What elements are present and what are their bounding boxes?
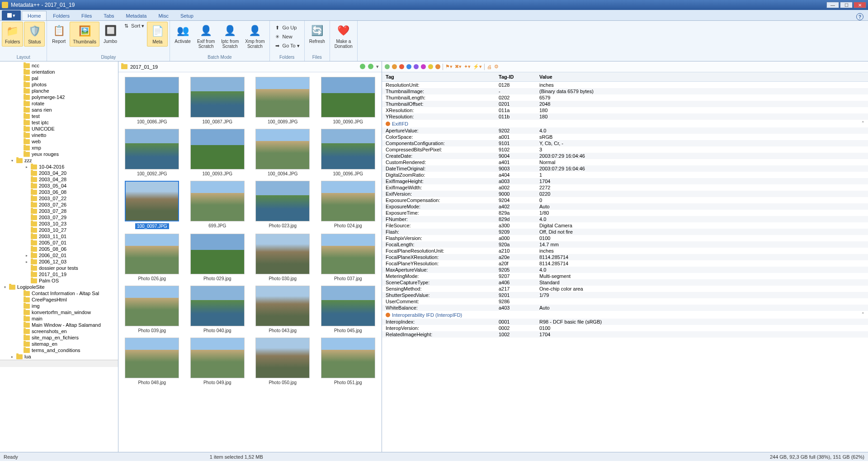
metadata-row[interactable]: ResolutionUnit:0128inches bbox=[382, 82, 868, 88]
metadata-row[interactable]: RelatedImageHeight:10021704 bbox=[382, 331, 868, 338]
metadata-row[interactable]: XResolution:011a180 bbox=[382, 107, 868, 113]
metadata-row[interactable]: ExposureTime:829a1/80 bbox=[382, 210, 868, 216]
chevron-up-icon[interactable]: ˄ bbox=[862, 312, 864, 318]
report-button[interactable]: 📋Report bbox=[49, 22, 69, 46]
col-tag[interactable]: Tag bbox=[382, 74, 495, 80]
toolbar-icon[interactable]: ⚡▾ bbox=[473, 64, 482, 70]
toolbar-icon[interactable]: ✦▾ bbox=[464, 64, 471, 70]
col-value[interactable]: Value bbox=[536, 74, 868, 80]
metadata-row[interactable]: UserComment:9286 bbox=[382, 298, 868, 305]
toolbar-icon[interactable]: 🖨 bbox=[487, 64, 492, 70]
jumbo-button[interactable]: 🔲Jumbo bbox=[100, 22, 120, 46]
tree-item[interactable]: yeux rouges bbox=[0, 151, 118, 157]
chevron-icon[interactable]: ▸ bbox=[24, 165, 29, 169]
metadata-body[interactable]: ResolutionUnit:0128inchesThumbnailImage:… bbox=[382, 82, 868, 452]
folder-tree[interactable]: nccorientationpalphotosplanchepolymerge-… bbox=[0, 61, 118, 452]
tree-item[interactable]: Main Window - Altap Salamand bbox=[0, 322, 118, 328]
tree-item[interactable]: pal bbox=[0, 75, 118, 81]
activate-button[interactable]: 👥Activate bbox=[172, 22, 193, 46]
color-filter-icon[interactable] bbox=[421, 64, 426, 69]
col-id[interactable]: Tag-ID bbox=[495, 74, 536, 80]
tree-item[interactable]: dossier pour tests bbox=[0, 265, 118, 271]
thumbnail-item[interactable]: Photo 030.jpg bbox=[251, 234, 314, 281]
tree-item[interactable]: test bbox=[0, 113, 118, 119]
thumbnail-item[interactable]: Photo 037.jpg bbox=[316, 234, 380, 281]
metadata-section[interactable]: ExifIFD˄ bbox=[382, 120, 868, 127]
metadata-row[interactable]: CompressedBitsPerPixel:91023 bbox=[382, 146, 868, 153]
tree-item[interactable]: site_map_en_fichiers bbox=[0, 334, 118, 341]
metadata-row[interactable]: ThumbnailLength:02026579 bbox=[382, 94, 868, 101]
thumbnails-button[interactable]: 🖼️Thumbnails bbox=[70, 22, 99, 47]
tab-files[interactable]: Files bbox=[76, 11, 97, 20]
tree-item[interactable]: ▾zzz bbox=[0, 157, 118, 164]
tree-item[interactable]: 2003_05_04 bbox=[0, 183, 118, 189]
tree-item[interactable]: ncc bbox=[0, 62, 118, 69]
metadata-row[interactable]: MeteringMode:9207Multi-segment bbox=[382, 273, 868, 279]
help-icon[interactable]: ? bbox=[856, 13, 863, 20]
metadata-row[interactable]: ExifImageWidth:a0022272 bbox=[382, 184, 868, 191]
metadata-row[interactable]: FocalPlaneResolutionUnit:a210inches bbox=[382, 248, 868, 254]
metadata-row[interactable]: WhiteBalance:a403Auto bbox=[382, 305, 868, 311]
tree-item[interactable]: sans rien bbox=[0, 107, 118, 113]
thumbnail-item[interactable]: Photo 039.jpg bbox=[120, 286, 184, 333]
nav-dropdown-icon[interactable]: ▾ bbox=[376, 64, 379, 70]
thumbnail-item[interactable]: Photo 023.jpg bbox=[251, 181, 314, 229]
tab-setup[interactable]: Setup bbox=[175, 11, 199, 20]
metadata-row[interactable]: SceneCaptureType:a406Standard bbox=[382, 279, 868, 286]
tree-item[interactable]: 2005_08_06 bbox=[0, 246, 118, 252]
tree-item[interactable]: sitemap_en bbox=[0, 341, 118, 347]
thumbnail-grid[interactable]: 100_0086.JPG100_0087.JPG100_0089.JPG100_… bbox=[118, 72, 382, 452]
metadata-row[interactable]: DateTimeOriginal:90032003:07:29 16:04:46 bbox=[382, 165, 868, 172]
metadata-row[interactable]: InteropVersion:00020100 bbox=[382, 325, 868, 331]
thumbnail-item[interactable]: 100_0086.JPG bbox=[120, 77, 184, 124]
tree-item[interactable]: orientation bbox=[0, 69, 118, 75]
iptc-scratch-button[interactable]: 👤Iptc from Scratch bbox=[218, 22, 241, 51]
thumbnail-item[interactable]: Photo 050.jpg bbox=[251, 338, 314, 385]
tree-item[interactable]: xmp bbox=[0, 145, 118, 151]
metadata-row[interactable]: ColorSpace:a001sRGB bbox=[382, 134, 868, 140]
metadata-row[interactable]: ExposureCompensation:92040 bbox=[382, 197, 868, 203]
tree-item[interactable]: 2003_07_28 bbox=[0, 208, 118, 214]
color-filter-icon[interactable] bbox=[385, 64, 390, 69]
xmp-scratch-button[interactable]: 👤Xmp from Scratch bbox=[242, 22, 267, 51]
tree-item[interactable]: 2003_07_29 bbox=[0, 214, 118, 221]
thumbnail-item[interactable]: Photo 040.jpg bbox=[186, 286, 249, 333]
metadata-row[interactable]: YResolution:011b180 bbox=[382, 113, 868, 120]
tree-item[interactable]: main bbox=[0, 315, 118, 322]
tree-item[interactable]: 2003_11_01 bbox=[0, 233, 118, 240]
tab-home[interactable]: Home bbox=[22, 11, 47, 20]
tab-misc[interactable]: Misc bbox=[153, 11, 174, 20]
tree-item[interactable]: 2003_04_20 bbox=[0, 170, 118, 176]
tree-item[interactable]: UNICODE bbox=[0, 126, 118, 132]
metadata-section[interactable]: Interoperability IFD (InteropIFD)˄ bbox=[382, 311, 868, 319]
tree-item[interactable]: terms_and_conditions bbox=[0, 347, 118, 353]
tree-item[interactable]: test iptc bbox=[0, 119, 118, 126]
metadata-row[interactable]: ShutterSpeedValue:92011/79 bbox=[382, 292, 868, 298]
metadata-row[interactable]: ExposureMode:a402Auto bbox=[382, 203, 868, 210]
metadata-row[interactable]: FileSource:a300Digital Camera bbox=[382, 222, 868, 229]
tree-item[interactable]: Contact Information - Altap Sal bbox=[0, 290, 118, 296]
donate-button[interactable]: ❤️Make a Donation bbox=[332, 22, 355, 51]
tree-item[interactable]: 2003_06_08 bbox=[0, 189, 118, 195]
toolbar-icon[interactable]: ⚙ bbox=[494, 64, 499, 70]
tree-item[interactable]: 2003_10_23 bbox=[0, 221, 118, 227]
toolbar-icon[interactable]: ⚑▾ bbox=[445, 64, 453, 70]
close-button[interactable]: ✕ bbox=[854, 2, 866, 8]
thumbnail-item[interactable]: 100_0087.JPG bbox=[186, 77, 249, 124]
tree-item[interactable]: ▾LogipoleSite bbox=[0, 284, 118, 290]
thumbnail-item[interactable]: 100_0093.JPG bbox=[186, 129, 249, 176]
toolbar-icon[interactable]: ✖▾ bbox=[455, 64, 462, 70]
tree-item[interactable]: planche bbox=[0, 88, 118, 94]
tree-item[interactable]: ▸2006_12_03 bbox=[0, 258, 118, 265]
thumbnail-item[interactable]: 100_0090.JPG bbox=[316, 77, 380, 124]
thumbnail-item[interactable]: Photo 024.jpg bbox=[316, 181, 380, 229]
metadata-row[interactable]: InteropIndex:0001R98 - DCF basic file (s… bbox=[382, 319, 868, 325]
breadcrumb[interactable]: 2017_01_19 bbox=[130, 64, 158, 70]
metadata-row[interactable]: ThumbnailOffset:02012048 bbox=[382, 101, 868, 107]
metadata-row[interactable]: ExifImageHeight:a0031704 bbox=[382, 178, 868, 184]
color-filter-icon[interactable] bbox=[406, 64, 411, 69]
metadata-row[interactable]: MaxApertureValue:92054.0 bbox=[382, 267, 868, 273]
thumbnail-item[interactable]: Photo 026.jpg bbox=[120, 234, 184, 281]
color-filter-icon[interactable] bbox=[435, 64, 440, 69]
metadata-row[interactable]: ThumbnailImage:-(Binary data 6579 bytes) bbox=[382, 88, 868, 94]
